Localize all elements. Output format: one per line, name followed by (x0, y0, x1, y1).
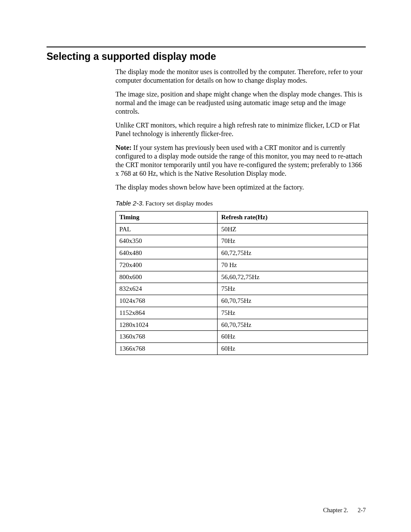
cell-timing: 800x600 (116, 271, 218, 283)
cell-refresh: 60,70,75Hz (218, 295, 368, 307)
table-header-row: Timing Refresh rate(Hz) (116, 211, 368, 223)
cell-refresh: 75Hz (218, 307, 368, 319)
paragraph-image-size: The image size, position and shape might… (115, 90, 366, 116)
cell-timing: 640x480 (116, 247, 218, 259)
table-row: 1280x1024 60,70,75Hz (116, 319, 368, 331)
footer-chapter: Chapter 2. (323, 507, 348, 513)
table-caption-suffix: . Factory set display modes (142, 200, 213, 207)
cell-refresh: 60,70,75Hz (218, 319, 368, 331)
cell-refresh: 50HZ (218, 223, 368, 235)
paragraph-intro: The display mode the monitor uses is con… (115, 68, 366, 85)
table-row: PAL 50HZ (116, 223, 368, 235)
cell-refresh: 60Hz (218, 343, 368, 355)
section-heading: Selecting a supported display mode (47, 51, 366, 62)
cell-timing: 832x624 (116, 283, 218, 295)
cell-refresh: 60,72,75Hz (218, 247, 368, 259)
cell-timing: 1366x768 (116, 343, 218, 355)
page-footer: Chapter 2.2-7 (323, 507, 366, 514)
table-row: 1152x864 75Hz (116, 307, 368, 319)
note-text: If your system has previously been used … (115, 144, 362, 177)
cell-refresh: 70Hz (218, 235, 368, 247)
paragraph-flicker: Unlike CRT monitors, which require a hig… (115, 121, 366, 138)
cell-timing: 1360x768 (116, 331, 218, 343)
cell-timing: 640x350 (116, 235, 218, 247)
cell-timing: 720x400 (116, 259, 218, 271)
cell-timing: PAL (116, 223, 218, 235)
note-label: Note: (115, 144, 131, 151)
table-row: 1360x768 60Hz (116, 331, 368, 343)
footer-page-number: 2-7 (358, 507, 366, 513)
table-header-refresh: Refresh rate(Hz) (218, 211, 368, 223)
cell-refresh: 75Hz (218, 283, 368, 295)
paragraph-note: Note: If your system has previously been… (115, 143, 366, 178)
table-row: 640x350 70Hz (116, 235, 368, 247)
body-block: The display mode the monitor uses is con… (115, 68, 366, 355)
table-row: 1024x768 60,70,75Hz (116, 295, 368, 307)
cell-refresh: 60Hz (218, 331, 368, 343)
page: Selecting a supported display mode The d… (0, 0, 411, 532)
display-modes-table: Timing Refresh rate(Hz) PAL 50HZ 640x350… (115, 211, 368, 355)
cell-timing: 1280x1024 (116, 319, 218, 331)
table-row: 832x624 75Hz (116, 283, 368, 295)
cell-refresh: 56,60,72,75Hz (218, 271, 368, 283)
table-caption-prefix: Table 2-3 (115, 199, 142, 207)
cell-timing: 1024x768 (116, 295, 218, 307)
table-row: 1366x768 60Hz (116, 343, 368, 355)
table-caption: Table 2-3. Factory set display modes (115, 199, 366, 208)
table-row: 640x480 60,72,75Hz (116, 247, 368, 259)
table-row: 720x400 70 Hz (116, 259, 368, 271)
horizontal-rule (47, 47, 366, 47)
table-header-timing: Timing (116, 211, 218, 223)
paragraph-factory: The display modes shown below have been … (115, 183, 366, 192)
cell-timing: 1152x864 (116, 307, 218, 319)
cell-refresh: 70 Hz (218, 259, 368, 271)
table-row: 800x600 56,60,72,75Hz (116, 271, 368, 283)
